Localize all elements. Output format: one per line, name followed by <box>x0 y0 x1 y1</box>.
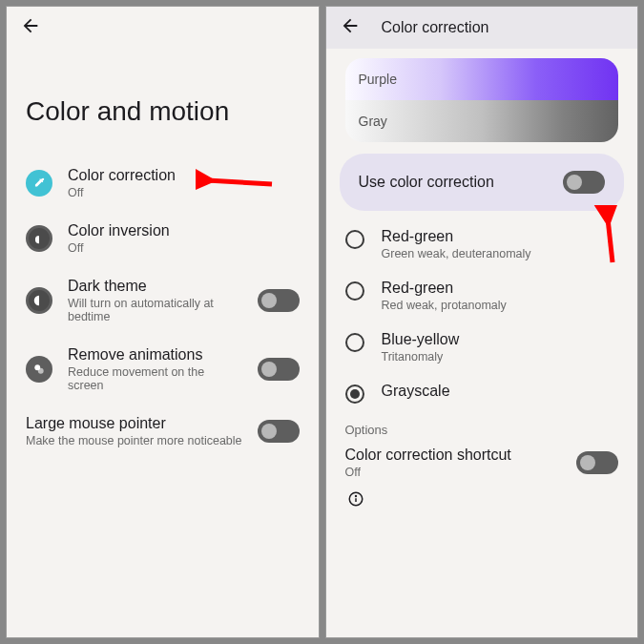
item-color-correction[interactable]: Color correction Off <box>7 156 319 211</box>
page-title: Color and motion <box>7 49 319 156</box>
item-label: Color inversion <box>68 222 300 239</box>
radio-sub: Red weak, protanomaly <box>382 299 619 312</box>
item-sub: Off <box>68 186 300 199</box>
item-sub: Reduce movement on the screen <box>68 365 242 392</box>
radio-blue-yellow[interactable]: Blue-yellow Tritanomaly <box>326 322 638 373</box>
radio-label: Red-green <box>382 280 619 297</box>
radio-label: Grayscale <box>382 383 619 400</box>
back-icon[interactable] <box>20 15 41 40</box>
preview-gray-row: Gray <box>345 100 619 142</box>
radio-icon <box>345 230 364 249</box>
invert-colors-icon <box>26 225 52 252</box>
info-icon[interactable] <box>326 485 638 517</box>
large-pointer-toggle[interactable] <box>258 420 300 443</box>
item-label: Dark theme <box>68 278 242 295</box>
item-sub: Off <box>345 466 562 479</box>
right-header: Color correction <box>326 7 638 49</box>
radio-label: Blue-yellow <box>382 331 619 348</box>
item-remove-animations[interactable]: Remove animations Reduce movement on the… <box>7 335 319 404</box>
remove-animations-toggle[interactable] <box>258 358 300 381</box>
color-and-motion-pane: Color and motion Color correction Off Co… <box>6 6 320 638</box>
radio-sub: Green weak, deuteranomaly <box>382 247 619 260</box>
left-header <box>7 7 319 49</box>
dark-theme-toggle[interactable] <box>258 289 300 312</box>
radio-label: Red-green <box>382 228 619 245</box>
use-color-correction-card[interactable]: Use color correction <box>340 154 625 211</box>
item-sub: Will turn on automatically at bedtime <box>68 297 242 323</box>
svg-point-5 <box>355 496 356 497</box>
radio-sub: Tritanomaly <box>382 350 619 364</box>
color-correction-pane: Color correction Purple Gray Use color c… <box>325 6 639 638</box>
eyedropper-icon <box>26 170 52 197</box>
item-sub: Off <box>68 241 300 255</box>
item-color-inversion[interactable]: Color inversion Off <box>7 211 319 266</box>
radio-grayscale[interactable]: Grayscale <box>326 373 638 413</box>
use-color-correction-toggle[interactable] <box>563 171 605 194</box>
animation-icon <box>26 356 52 383</box>
options-section-label: Options <box>326 413 638 439</box>
dark-theme-icon <box>26 287 52 314</box>
item-shortcut[interactable]: Color correction shortcut Off <box>326 439 638 485</box>
item-label: Color correction shortcut <box>345 447 562 464</box>
item-large-pointer[interactable]: Large mouse pointer Make the mouse point… <box>7 404 319 459</box>
item-label: Remove animations <box>68 346 242 364</box>
radio-red-green-prot[interactable]: Red-green Red weak, protanomaly <box>326 270 638 322</box>
item-label: Color correction <box>68 167 300 184</box>
color-preview: Purple Gray <box>345 58 619 142</box>
card-label: Use color correction <box>359 174 552 191</box>
svg-point-1 <box>38 368 44 374</box>
radio-red-green-deut[interactable]: Red-green Green weak, deuteranomaly <box>326 218 638 270</box>
preview-purple-row: Purple <box>345 58 619 100</box>
item-sub: Make the mouse pointer more noticeable <box>26 434 242 447</box>
back-icon[interactable] <box>340 15 361 40</box>
item-label: Large mouse pointer <box>26 415 242 432</box>
radio-icon <box>345 384 364 404</box>
radio-icon <box>345 281 364 301</box>
item-dark-theme[interactable]: Dark theme Will turn on automatically at… <box>7 266 319 335</box>
page-title: Color correction <box>382 19 489 36</box>
radio-icon <box>345 333 364 352</box>
shortcut-toggle[interactable] <box>576 451 618 474</box>
